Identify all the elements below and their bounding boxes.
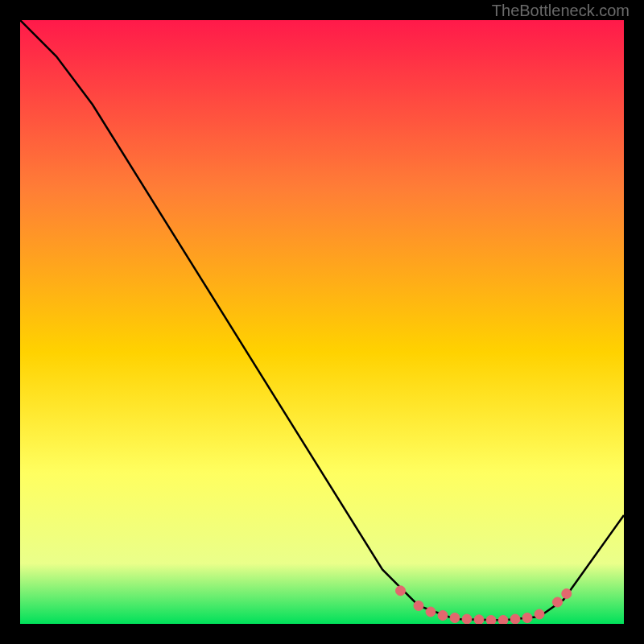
chart-frame: TheBottleneck.com <box>0 0 644 644</box>
data-marker <box>414 601 423 611</box>
chart-svg <box>20 20 624 624</box>
plot-area <box>20 20 624 624</box>
data-marker <box>438 611 448 621</box>
data-marker <box>396 586 406 596</box>
data-marker <box>450 613 460 623</box>
data-marker <box>510 614 520 624</box>
attribution-label: TheBottleneck.com <box>492 2 630 20</box>
data-marker <box>535 609 544 619</box>
data-marker <box>426 607 436 617</box>
data-marker <box>486 616 496 625</box>
data-marker <box>498 616 508 625</box>
data-marker <box>553 597 563 607</box>
data-marker <box>562 589 572 599</box>
gradient-background <box>20 20 624 624</box>
data-marker <box>522 613 532 623</box>
data-marker <box>474 615 484 624</box>
data-marker <box>462 614 472 624</box>
